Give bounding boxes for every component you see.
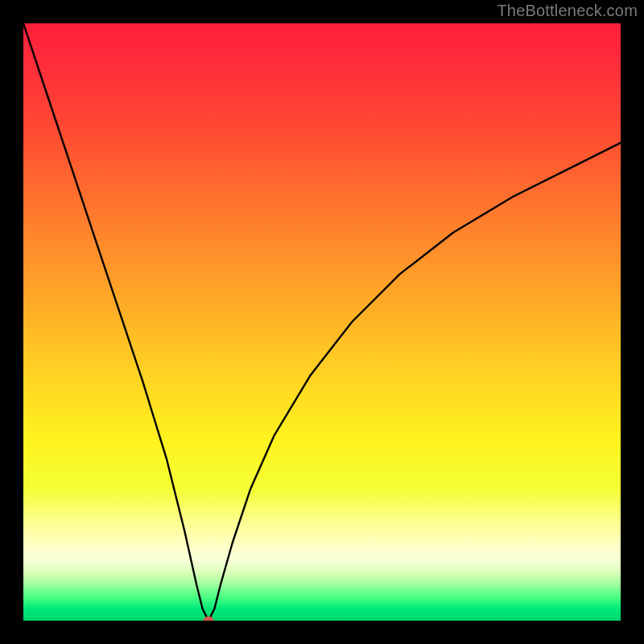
watermark-text: TheBottleneck.com — [497, 2, 638, 20]
optimal-point-marker — [204, 617, 214, 621]
curve-path — [23, 23, 621, 621]
chart-frame: TheBottleneck.com — [0, 0, 644, 644]
plot-area — [23, 23, 621, 621]
bottleneck-curve — [23, 23, 621, 621]
